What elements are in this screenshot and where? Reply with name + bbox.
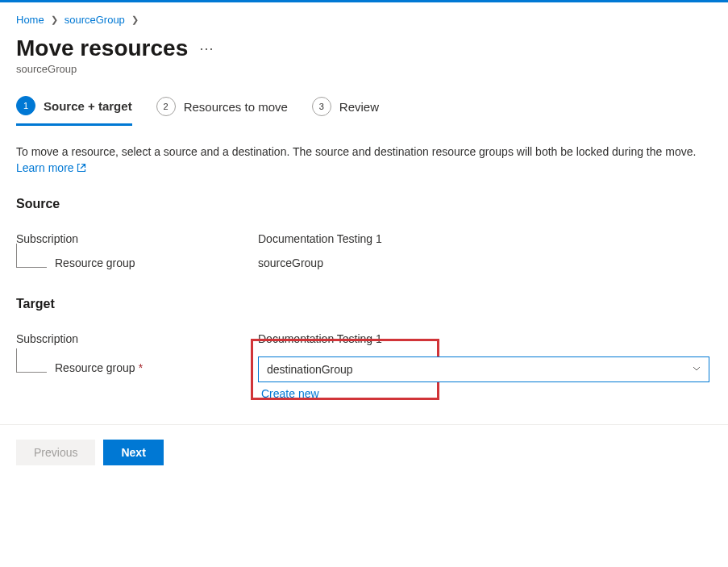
description-text: To move a resource, select a source and … xyxy=(16,144,712,176)
next-button[interactable]: Next xyxy=(103,440,163,465)
breadcrumb-group[interactable]: sourceGroup xyxy=(64,14,125,26)
learn-more-link[interactable]: Learn more xyxy=(16,161,86,174)
target-subscription-value: Documentation Testing 1 xyxy=(258,332,712,345)
page-subtitle: sourceGroup xyxy=(16,63,712,75)
tab-source-target[interactable]: 1 Source + target xyxy=(16,96,132,126)
breadcrumb: Home ❯ sourceGroup ❯ xyxy=(16,14,712,26)
footer-actions: Previous Next xyxy=(0,424,728,480)
tab-resources-to-move[interactable]: 2 Resources to move xyxy=(156,96,288,125)
external-link-icon xyxy=(77,161,86,170)
tab-label: Review xyxy=(339,100,379,114)
target-rg-label: Resource group xyxy=(55,361,135,374)
tree-connector-icon xyxy=(16,244,47,268)
tab-review[interactable]: 3 Review xyxy=(312,96,379,125)
target-heading: Target xyxy=(16,297,712,311)
chevron-right-icon: ❯ xyxy=(51,15,58,25)
required-indicator: * xyxy=(139,361,143,374)
chevron-right-icon: ❯ xyxy=(131,15,139,25)
tab-label: Resources to move xyxy=(184,100,288,114)
source-rg-value: sourceGroup xyxy=(258,256,712,269)
source-subscription-value: Documentation Testing 1 xyxy=(258,232,712,245)
breadcrumb-home[interactable]: Home xyxy=(16,14,44,26)
step-number: 1 xyxy=(16,96,35,115)
step-number: 3 xyxy=(312,97,331,116)
page-title: Move resources xyxy=(16,35,188,61)
more-actions-button[interactable]: ⋯ xyxy=(199,40,214,57)
wizard-tabs: 1 Source + target 2 Resources to move 3 … xyxy=(16,96,712,126)
tab-label: Source + target xyxy=(44,99,132,113)
tree-connector-icon xyxy=(16,348,47,373)
create-new-link[interactable]: Create new xyxy=(261,387,319,400)
source-rg-label: Resource group xyxy=(55,256,135,269)
source-heading: Source xyxy=(16,197,712,211)
step-number: 2 xyxy=(156,97,176,116)
previous-button[interactable]: Previous xyxy=(16,440,95,465)
target-rg-select[interactable]: destinationGroup xyxy=(258,356,709,382)
target-subscription-label: Subscription xyxy=(16,332,258,345)
source-subscription-label: Subscription xyxy=(16,232,258,245)
